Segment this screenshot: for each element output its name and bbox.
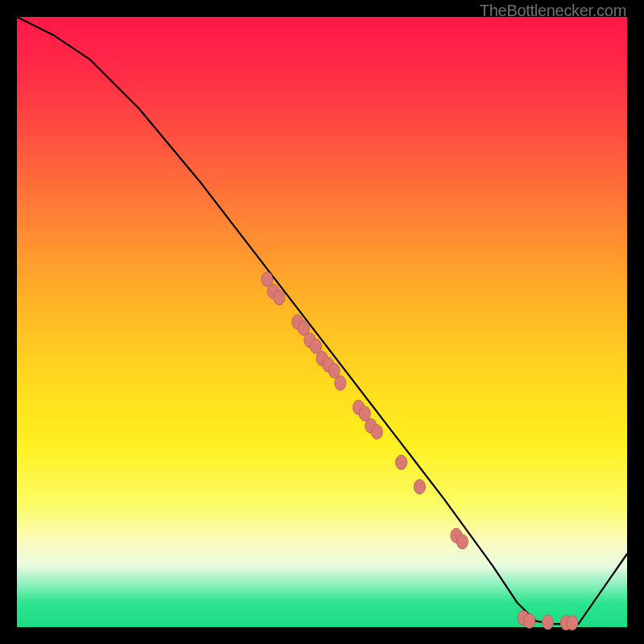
data-points-group	[262, 272, 578, 630]
data-point	[371, 424, 382, 439]
chart-overlay	[17, 17, 627, 627]
bottleneck-curve	[17, 17, 627, 624]
data-point	[567, 616, 578, 630]
data-point	[524, 613, 535, 628]
data-point	[335, 376, 346, 390]
data-point	[456, 535, 468, 549]
data-point	[274, 291, 285, 305]
data-point	[262, 272, 273, 287]
data-point	[310, 339, 321, 353]
data-point	[543, 615, 554, 630]
data-point	[396, 455, 407, 469]
data-point	[414, 480, 425, 494]
